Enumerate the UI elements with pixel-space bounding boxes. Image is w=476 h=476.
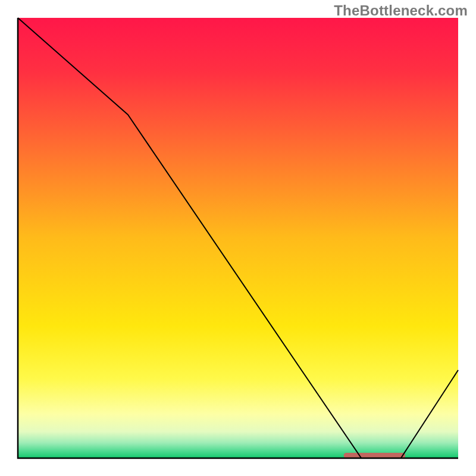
watermark-label: TheBottleneck.com bbox=[334, 2, 468, 19]
chart-stage: TheBottleneck.com bbox=[0, 0, 476, 476]
gradient-background bbox=[18, 18, 458, 458]
bottleneck-chart bbox=[0, 0, 476, 476]
optimal-range-bar bbox=[344, 453, 406, 458]
